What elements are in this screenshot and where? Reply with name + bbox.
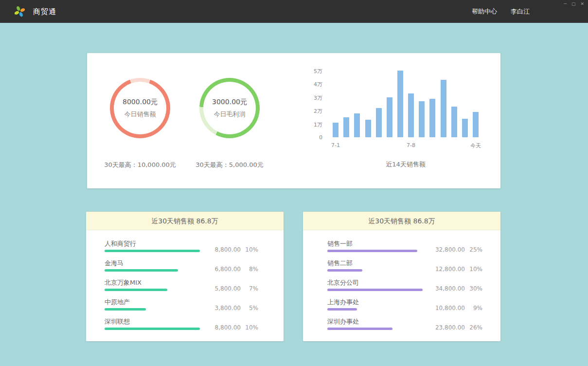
rank-item-value: 5,800.00 — [215, 285, 241, 292]
close-button[interactable]: ✕ — [580, 1, 584, 7]
sales-bar — [376, 108, 382, 137]
rank-item-percent: 5% — [241, 305, 258, 311]
x-tick-label: 今天 — [470, 142, 481, 149]
dept-rank-header: 近30天销售额 86.8万 — [303, 212, 500, 230]
sales-x-axis: 7-17-8今天 — [330, 140, 481, 148]
rank-item-value: 23,800.00 — [435, 324, 465, 331]
today-profit-label: 今日毛利润 — [214, 110, 246, 119]
minimize-button[interactable]: ─ — [564, 1, 567, 7]
rank-row: 北京万象MIX5,800.007% — [105, 279, 258, 298]
store-rank-header: 近30天销售额 86.8万 — [86, 212, 284, 230]
app-logo-icon — [14, 5, 26, 18]
rank-item-stats: 32,800.0025% — [435, 246, 482, 253]
chart-caption: 近14天销售额 — [330, 160, 481, 169]
sales-bar — [354, 113, 360, 137]
titlebar: 商贸通 帮助中心 李白江 ─ ▢ ✕ — [0, 0, 588, 23]
rank-item-stats: 34,800.0030% — [435, 285, 482, 292]
sales-bar — [365, 120, 371, 137]
rank-item-bar — [327, 250, 417, 252]
rank-item-value: 12,800.00 — [435, 266, 465, 273]
rank-item-bar — [327, 328, 392, 330]
rank-item-value: 10,800.00 — [435, 305, 465, 311]
y-tick-label: 2万 — [314, 108, 322, 115]
y-tick-label: 0 — [319, 134, 322, 141]
rank-item-bar — [105, 269, 178, 272]
y-tick-label: 1万 — [314, 121, 322, 128]
store-rank-list: 人和商贸行8,800.0010%金海马6,800.008%北京万象MIX5,80… — [86, 230, 284, 337]
sales-bar — [333, 123, 339, 137]
rank-item-stats: 3,800.005% — [215, 305, 258, 311]
sales-bar — [441, 80, 446, 137]
profit-30d-max-note: 30天最高：5,000.00元 — [188, 161, 271, 169]
sales-bar — [343, 117, 349, 137]
rank-item-percent: 30% — [465, 285, 482, 292]
maximize-button[interactable]: ▢ — [571, 1, 576, 7]
sales-bar — [397, 71, 403, 137]
sales-y-axis: 5万4万3万2万1万0 — [311, 71, 322, 137]
rank-item-value: 8,800.00 — [215, 246, 241, 253]
today-sales-value: 8000.00元 — [123, 98, 158, 107]
rank-row: 深圳联想8,800.0010% — [105, 318, 258, 337]
rank-row: 北京分公司34,800.0030% — [327, 279, 482, 298]
today-profit-ring: 3000.00元 今日毛利润 — [199, 78, 260, 138]
sales-bar — [451, 107, 457, 137]
rank-item-bar — [327, 269, 362, 272]
rank-item-bar — [105, 250, 200, 252]
rank-row: 上海办事处10,800.009% — [327, 298, 482, 318]
rank-item-percent: 7% — [241, 285, 258, 292]
rank-item-value: 3,800.00 — [215, 305, 241, 311]
rank-item-stats: 8,800.0010% — [215, 324, 258, 331]
rank-row: 中原地产3,800.005% — [105, 298, 258, 318]
rank-row: 金海马6,800.008% — [105, 259, 258, 279]
rank-item-percent: 9% — [465, 305, 482, 311]
rank-item-stats: 23,800.0026% — [435, 324, 482, 331]
sales-14d-chart: 5万4万3万2万1万0 7-17-8今天 近14天销售额 — [311, 71, 488, 179]
rank-item-stats: 5,800.007% — [215, 285, 258, 292]
dept-rank-card: 近30天销售额 86.8万 销售一部32,800.0025%销售二部12,800… — [303, 212, 500, 341]
rank-item-percent: 8% — [241, 266, 258, 273]
rank-item-bar — [105, 289, 167, 291]
rank-item-percent: 10% — [465, 266, 482, 273]
rank-item-percent: 10% — [241, 324, 258, 331]
today-sales-ring-block: 8000.00元 今日销售额 30天最高：10,000.00元 — [99, 78, 181, 169]
rank-row: 深圳办事处23,800.0026% — [327, 318, 482, 337]
rank-item-bar — [327, 308, 357, 311]
titlebar-menu: 帮助中心 李白江 — [472, 0, 530, 23]
y-tick-label: 4万 — [314, 81, 322, 88]
y-tick-label: 5万 — [314, 68, 322, 75]
dept-rank-list: 销售一部32,800.0025%销售二部12,800.0010%北京分公司34,… — [303, 230, 500, 337]
x-tick-label: 7-8 — [407, 142, 415, 148]
rank-row: 销售二部12,800.0010% — [327, 259, 482, 279]
rank-row: 人和商贸行8,800.0010% — [105, 240, 258, 259]
sales-bar-plot — [330, 71, 481, 137]
today-sales-label: 今日销售额 — [125, 110, 156, 119]
y-tick-label: 3万 — [314, 94, 322, 102]
sales-30d-max-note: 30天最高：10,000.00元 — [99, 161, 181, 169]
store-rank-card: 近30天销售额 86.8万 人和商贸行8,800.0010%金海马6,800.0… — [86, 212, 284, 341]
x-tick-label: 7-1 — [331, 142, 340, 148]
sales-bar — [408, 93, 414, 137]
sales-bar — [429, 99, 435, 138]
user-menu[interactable]: 李白江 — [511, 7, 530, 16]
sales-bar — [473, 112, 479, 137]
sales-bar — [419, 101, 425, 137]
rank-item-bar — [105, 328, 200, 330]
today-profit-value: 3000.00元 — [212, 98, 247, 107]
help-center-link[interactable]: 帮助中心 — [472, 7, 497, 16]
sales-bar — [462, 119, 468, 137]
rank-item-stats: 10,800.009% — [435, 305, 482, 311]
rank-item-bar — [105, 308, 146, 311]
rank-item-bar — [327, 289, 423, 291]
rank-item-value: 8,800.00 — [215, 324, 241, 331]
rank-item-percent: 25% — [465, 246, 482, 253]
rank-item-value: 32,800.00 — [435, 246, 465, 253]
rank-item-percent: 10% — [241, 246, 258, 253]
rank-item-value: 34,800.00 — [435, 285, 465, 292]
today-sales-ring-center: 8000.00元 今日销售额 — [114, 82, 166, 134]
today-overview-card: 8000.00元 今日销售额 30天最高：10,000.00元 3000.00元… — [87, 53, 500, 188]
app-title: 商贸通 — [33, 7, 56, 17]
window-controls: ─ ▢ ✕ — [564, 1, 584, 7]
rank-row: 销售一部32,800.0025% — [327, 240, 482, 259]
rank-item-percent: 26% — [465, 324, 482, 331]
rank-item-stats: 12,800.0010% — [435, 266, 482, 273]
